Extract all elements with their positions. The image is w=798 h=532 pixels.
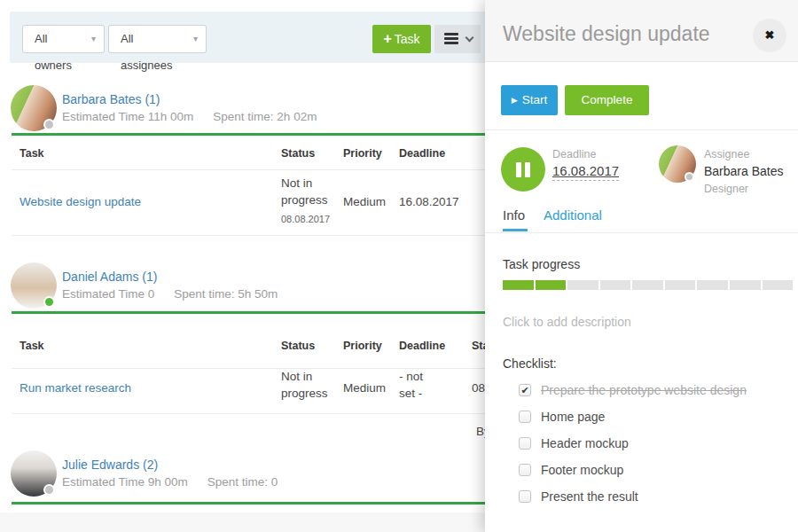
status-dot (43, 296, 55, 308)
task-deadline: 16.08.2017 (399, 195, 459, 208)
spent-time: Spent time: 2h 02m (213, 110, 317, 123)
assignee-label: Assignee (704, 148, 749, 160)
checklist-item-label: Home page (541, 410, 605, 424)
column-header-status[interactable]: Status (281, 340, 315, 352)
owners-filter-dropdown[interactable]: All owners ▾ (22, 25, 105, 53)
chevron-down-icon: ▾ (91, 26, 96, 52)
panel-header: Website design update ✖ (485, 0, 798, 62)
task-deadline: - not set - (399, 368, 442, 402)
checklist-item[interactable]: Present the result (519, 489, 638, 504)
task-priority: Medium (343, 381, 386, 395)
deadline-value[interactable]: 16.08.2017 (552, 163, 619, 181)
status-dot (43, 484, 55, 496)
assignee-name[interactable]: Barbara Bates (704, 164, 784, 178)
task-progress-bar[interactable] (503, 280, 793, 290)
task-status: Not in progress (281, 175, 334, 208)
assignee-role: Designer (704, 183, 748, 195)
group-times: Estimated Time 0Spent time: 5h 50m (62, 287, 297, 301)
complete-button[interactable]: Complete (565, 85, 649, 115)
column-header-task[interactable]: Task (20, 340, 44, 352)
checklist-item-label: Footer mockup (541, 463, 623, 477)
assignees-filter-dropdown[interactable]: All assignees ▾ (108, 25, 207, 53)
checkbox-unchecked[interactable] (519, 437, 531, 450)
task-title: Website design update (503, 22, 710, 46)
group-times: Estimated Time 11h 00mSpent time: 2h 02m (62, 110, 336, 123)
task-status-date: 08.08.2017 (281, 214, 330, 224)
list-options-button[interactable] (434, 25, 481, 53)
checklist-item[interactable]: Home page (519, 410, 605, 424)
task-status: Not in progress (281, 368, 334, 402)
menu-icon (444, 33, 458, 44)
close-button[interactable]: ✖ (753, 19, 786, 52)
active-tab-indicator (503, 229, 528, 231)
task-priority: Medium (343, 195, 386, 208)
task-detail-panel: Website design update ✖ ▶Start Complete … (485, 0, 798, 532)
start-button[interactable]: ▶Start (501, 85, 558, 115)
estimated-time: Estimated Time 9h 00m (62, 475, 188, 489)
chevron-down-icon: ▾ (193, 26, 198, 52)
assignees-filter-value: All assignees (121, 32, 173, 72)
group-times: Estimated Time 9h 00mSpent time: 0 (62, 475, 297, 489)
task-progress-label: Task progress (503, 257, 580, 271)
checkbox-unchecked[interactable] (519, 490, 531, 503)
deadline-label: Deadline (552, 148, 596, 160)
checklist-item-label: Header mockup (541, 436, 629, 450)
status-dot (685, 172, 694, 182)
pause-button[interactable] (501, 147, 545, 192)
checkbox-checked[interactable]: ✔ (519, 384, 531, 396)
checklist-item[interactable]: ✔ Prepare the prototype website design (519, 383, 747, 397)
group-owner-link[interactable]: Barbara Bates (1) (62, 92, 160, 106)
description-placeholder[interactable]: Click to add description (503, 315, 631, 329)
column-header-priority[interactable]: Priority (343, 147, 382, 160)
checkbox-unchecked[interactable] (519, 464, 531, 476)
column-header-priority[interactable]: Priority (343, 340, 382, 352)
tab-additional[interactable]: Additional (544, 207, 602, 223)
checklist-item[interactable]: Header mockup (519, 436, 629, 450)
estimated-time: Estimated Time 0 (62, 287, 154, 301)
play-icon: ▶ (512, 96, 518, 105)
group-owner-link[interactable]: Daniel Adams (1) (62, 270, 157, 284)
estimated-time: Estimated Time 11h 00m (62, 110, 193, 123)
task-app: All owners ▾ All assignees ▾ +Task Barba… (0, 0, 798, 532)
checklist-item[interactable]: Footer mockup (519, 463, 623, 477)
column-header-deadline[interactable]: Deadline (399, 147, 445, 160)
chevron-down-icon (466, 34, 474, 43)
plus-icon: + (383, 31, 391, 46)
column-header-task[interactable]: Task (20, 147, 44, 160)
add-task-button[interactable]: +Task (372, 25, 431, 53)
task-row-link[interactable]: Website design update (20, 195, 141, 208)
task-row-link[interactable]: Run market research (20, 381, 131, 395)
checklist-item-label: Present the result (541, 489, 638, 504)
column-header-deadline[interactable]: Deadline (399, 340, 445, 352)
checklist-title: Checklist: (503, 356, 557, 371)
divider (485, 232, 798, 233)
column-header-status[interactable]: Status (281, 147, 315, 160)
divider (485, 129, 798, 130)
close-icon: ✖ (765, 28, 775, 42)
spent-time: Spent time: 0 (207, 475, 278, 489)
owners-filter-value: All owners (35, 32, 72, 72)
status-dot (43, 119, 55, 130)
tab-info[interactable]: Info (503, 207, 525, 223)
checkbox-unchecked[interactable] (519, 411, 531, 423)
spent-time: Spent time: 5h 50m (174, 287, 278, 301)
group-owner-link[interactable]: Julie Edwards (2) (62, 458, 158, 472)
checklist-item-label: Prepare the prototype website design (541, 383, 747, 397)
